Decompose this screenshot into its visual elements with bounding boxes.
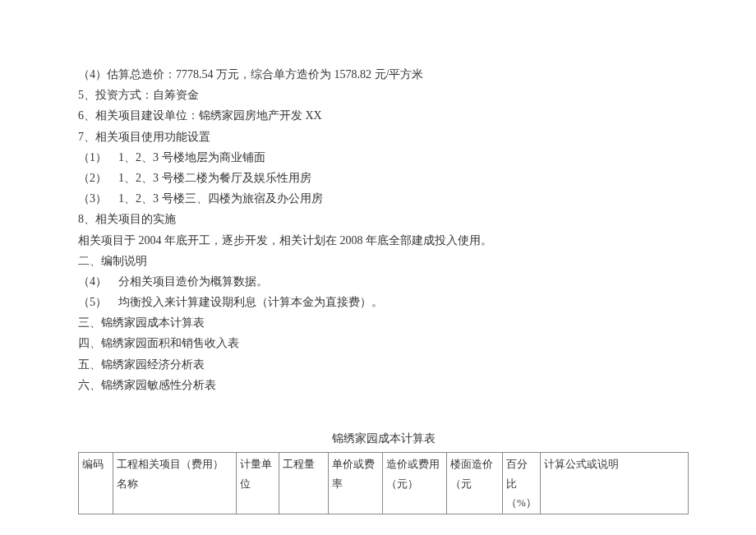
header-cost: 造价或费用（元） xyxy=(383,453,447,514)
text-line: 7、相关项目使用功能设置 xyxy=(78,127,689,147)
text-line: （1） 1、2、3 号楼地层为商业铺面 xyxy=(78,147,689,168)
text-line: （4）估算总造价：7778.54 万元，综合单方造价为 1578.82 元/平方… xyxy=(78,64,689,85)
header-pct: 百分比（%） xyxy=(503,453,541,514)
header-floor: 楼面造价（元 xyxy=(447,453,503,514)
document-body: （4）估算总造价：7778.54 万元，综合单方造价为 1578.82 元/平方… xyxy=(78,64,689,395)
text-line: 六、锦绣家园敏感性分析表 xyxy=(78,375,689,395)
header-qty: 工程量 xyxy=(279,453,329,514)
text-line: 四、锦绣家园面积和销售收入表 xyxy=(78,333,689,353)
text-line: （5） 均衡投入来计算建设期利息（计算本金为直接费）。 xyxy=(78,292,689,312)
header-code: 编码 xyxy=(79,453,113,514)
cost-table: 编码 工程相关项目（费用）名称 计量单位 工程量 单价或费率 造价或费用（元） … xyxy=(78,452,689,514)
text-line: （2） 1、2、3 号楼二楼为餐厅及娱乐性用房 xyxy=(78,168,689,188)
text-line: 8、相关项目的实施 xyxy=(78,209,689,229)
text-line: 二、编制说明 xyxy=(78,251,689,271)
text-line: 5、投资方式：自筹资金 xyxy=(78,85,689,105)
text-line: 6、相关项目建设单位：锦绣家园房地产开发 XX xyxy=(78,105,689,126)
header-formula: 计算公式或说明 xyxy=(541,453,689,514)
text-line: （4） 分相关项目造价为概算数据。 xyxy=(78,271,689,292)
table-title: 锦绣家园成本计算表 xyxy=(78,428,689,449)
header-name: 工程相关项目（费用）名称 xyxy=(113,453,237,514)
table-header-row: 编码 工程相关项目（费用）名称 计量单位 工程量 单价或费率 造价或费用（元） … xyxy=(79,453,689,514)
text-line: 五、锦绣家园经济分析表 xyxy=(78,354,689,375)
text-line: （3） 1、2、3 号楼三、四楼为旅宿及办公用房 xyxy=(78,188,689,209)
text-line: 相关项目于 2004 年底开工，逐步开发，相关计划在 2008 年底全部建成投入… xyxy=(78,230,689,251)
text-line: 三、锦绣家园成本计算表 xyxy=(78,312,689,333)
header-price: 单价或费率 xyxy=(329,453,383,514)
header-unit: 计量单位 xyxy=(237,453,279,514)
